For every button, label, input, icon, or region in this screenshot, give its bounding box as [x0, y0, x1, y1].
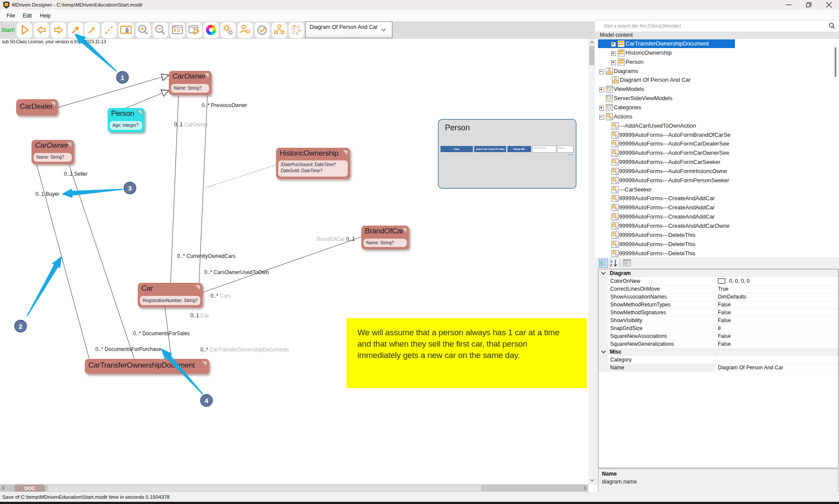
svg-text:Z: Z: [610, 263, 612, 268]
